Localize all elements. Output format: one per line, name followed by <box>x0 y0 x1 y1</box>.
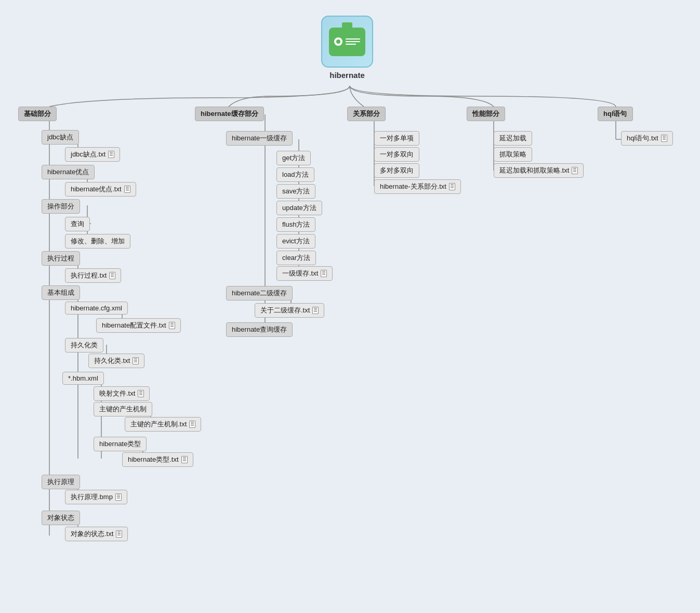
node-label[interactable]: save方法 <box>276 184 315 199</box>
node-query: 查询 <box>65 217 90 231</box>
file-icon <box>572 167 578 174</box>
node-save-method: save方法 <box>276 184 315 199</box>
file-icon <box>169 322 175 329</box>
node-label[interactable]: hibernate一级缓存 <box>226 131 293 146</box>
node-execution-process: 执行过程 <box>42 251 80 266</box>
node-label[interactable]: 主键的产生机制.txt <box>125 417 201 432</box>
root-node: hibernate <box>321 16 373 80</box>
file-icon <box>108 151 114 158</box>
node-label[interactable]: 延迟加载 <box>494 131 532 146</box>
node-label[interactable]: hibernate类型 <box>94 437 147 451</box>
node-cfg-txt: hibernate配置文件.txt <box>96 318 181 333</box>
node-label[interactable]: evict方法 <box>276 234 315 249</box>
node-get-method: get方法 <box>276 151 311 165</box>
node-l2-cache-txt: 关于二级缓存.txt <box>255 303 324 318</box>
category-hql: hql语句 <box>598 107 633 121</box>
category-basics: 基础部分 <box>18 107 57 121</box>
node-lazy-fetch-txt: 延迟加载和抓取策略.txt <box>494 163 584 178</box>
node-lazy-load: 延迟加载 <box>494 131 532 146</box>
node-label[interactable]: hibernate-关系部分.txt <box>374 179 461 194</box>
page: hibernate 基础部分 jdbc缺点 jdbc缺点.txt hiberna… <box>0 0 700 613</box>
node-label[interactable]: jdbc缺点.txt <box>65 147 120 162</box>
file-icon <box>312 307 319 314</box>
node-object-state-txt: 对象的状态.txt <box>65 527 128 541</box>
node-label[interactable]: hibernate配置文件.txt <box>96 318 181 333</box>
node-hibernate-advantages: hibernate优点 <box>42 165 95 179</box>
node-label[interactable]: flush方法 <box>276 217 315 232</box>
node-label[interactable]: 执行过程 <box>42 251 80 266</box>
node-primary-key-gen-txt: 主键的产生机制.txt <box>125 417 201 432</box>
node-relation-txt: hibernate-关系部分.txt <box>374 179 461 194</box>
category-hql-label[interactable]: hql语句 <box>598 107 633 121</box>
node-primary-key-gen: 主键的产生机制 <box>94 402 152 416</box>
node-execution-process-txt: 执行过程.txt <box>65 268 121 283</box>
node-execution-principle-bmp: 执行原理.bmp <box>65 490 127 504</box>
category-cache-label[interactable]: hibernate缓存部分 <box>195 107 264 121</box>
file-icon <box>138 390 144 397</box>
node-label[interactable]: hibernate类型.txt <box>122 452 193 467</box>
node-label[interactable]: hibernate优点 <box>42 165 95 179</box>
node-label[interactable]: 查询 <box>65 217 90 231</box>
node-label[interactable]: update方法 <box>276 201 322 215</box>
node-label[interactable]: 基本组成 <box>42 285 80 300</box>
node-label[interactable]: hibernate二级缓存 <box>226 286 293 301</box>
category-performance: 性能部分 <box>467 107 505 121</box>
category-basics-label[interactable]: 基础部分 <box>18 107 57 121</box>
file-icon <box>321 270 327 277</box>
node-one-many-single: 一对多单项 <box>374 131 419 146</box>
node-label[interactable]: 延迟加载和抓取策略.txt <box>494 163 584 178</box>
root-icon-inner <box>329 28 365 56</box>
node-label[interactable]: jdbc缺点 <box>42 130 79 145</box>
node-hibernate-adv-txt: hibernate优点.txt <box>65 182 136 197</box>
file-icon <box>133 357 139 364</box>
node-label[interactable]: 一对多单项 <box>374 131 419 146</box>
node-label[interactable]: hibernate.cfg.xml <box>65 302 128 315</box>
node-label[interactable]: 持久化类 <box>65 338 103 353</box>
node-label[interactable]: 持久化类.txt <box>88 354 144 368</box>
node-label[interactable]: 一级缓存.txt <box>276 266 333 281</box>
node-operations: 操作部分 <box>42 199 80 214</box>
node-label[interactable]: 多对多双向 <box>374 163 419 178</box>
root-label: hibernate <box>321 71 373 80</box>
node-label[interactable]: 主键的产生机制 <box>94 402 152 416</box>
node-l2-cache: hibernate二级缓存 <box>226 286 293 301</box>
node-clear-method: clear方法 <box>276 251 316 265</box>
node-label[interactable]: 对象的状态.txt <box>65 527 128 541</box>
node-hibernate-types: hibernate类型 <box>94 437 147 451</box>
node-label[interactable]: 关于二级缓存.txt <box>255 303 324 318</box>
node-jdbc-shortcomings: jdbc缺点 <box>42 130 79 145</box>
category-relation: 关系部分 <box>347 107 386 121</box>
category-performance-label[interactable]: 性能部分 <box>467 107 505 121</box>
node-label[interactable]: *.hbm.xml <box>62 372 104 385</box>
node-label[interactable]: 修改、删除、增加 <box>65 234 130 249</box>
file-icon <box>189 421 195 428</box>
category-cache: hibernate缓存部分 <box>195 107 264 121</box>
node-basic-composition: 基本组成 <box>42 285 80 300</box>
node-label[interactable]: 执行原理.bmp <box>65 490 127 504</box>
node-persistent-class-txt: 持久化类.txt <box>88 354 144 368</box>
node-load-method: load方法 <box>276 167 314 182</box>
file-icon <box>115 493 122 501</box>
node-l1-cache-txt: 一级缓存.txt <box>276 266 333 281</box>
node-l1-cache: hibernate一级缓存 <box>226 131 293 146</box>
node-one-many-double: 一对多双向 <box>374 147 419 162</box>
node-label[interactable]: hibernate查询缓存 <box>226 322 293 337</box>
node-query-cache: hibernate查询缓存 <box>226 322 293 337</box>
node-label[interactable]: 一对多双向 <box>374 147 419 162</box>
node-label[interactable]: get方法 <box>276 151 311 165</box>
mindmap: hibernate 基础部分 jdbc缺点 jdbc缺点.txt hiberna… <box>10 10 690 598</box>
node-label[interactable]: load方法 <box>276 167 314 182</box>
node-label[interactable]: 执行原理 <box>42 475 80 489</box>
node-hql-txt: hql语句.txt <box>621 131 673 146</box>
node-label[interactable]: 执行过程.txt <box>65 268 121 283</box>
category-relation-label[interactable]: 关系部分 <box>347 107 386 121</box>
node-label[interactable]: 对象状态 <box>42 511 80 525</box>
node-execution-principle: 执行原理 <box>42 475 80 489</box>
node-label[interactable]: 映射文件.txt <box>94 386 150 401</box>
node-label[interactable]: clear方法 <box>276 251 316 265</box>
node-label[interactable]: hql语句.txt <box>621 131 673 146</box>
node-label[interactable]: 操作部分 <box>42 199 80 214</box>
node-label[interactable]: 抓取策略 <box>494 147 532 162</box>
node-flush-method: flush方法 <box>276 217 315 232</box>
node-label[interactable]: hibernate优点.txt <box>65 182 136 197</box>
